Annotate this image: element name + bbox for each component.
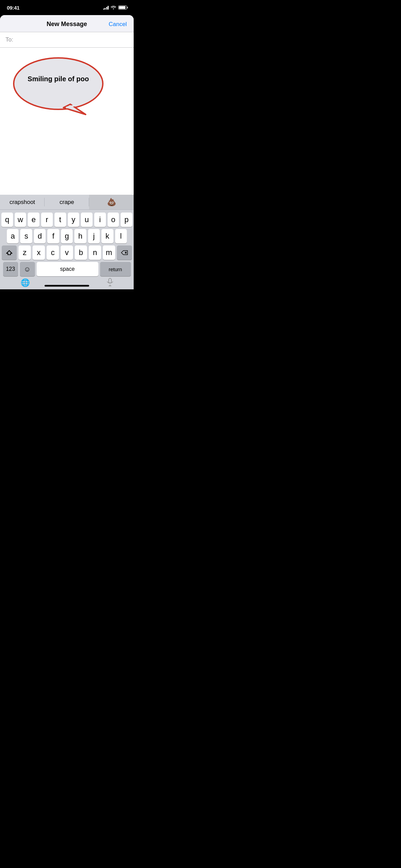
autocomplete-bar: crapshoot crape 💩 [0,195,134,210]
status-time: 09:41 [7,5,20,11]
modal-container: New Message Cancel To: Smiling pile of p… [0,15,134,289]
space-key[interactable]: space [37,262,98,276]
delete-key[interactable] [117,245,132,260]
key-j[interactable]: j [88,229,100,243]
autocomplete-item-3[interactable]: 💩 [89,195,134,209]
autocomplete-item-1[interactable]: crapshoot [0,195,45,209]
key-z[interactable]: z [19,245,31,260]
shift-key[interactable] [2,245,17,260]
key-b[interactable]: b [75,245,87,260]
home-indicator [45,285,89,287]
microphone-icon[interactable] [107,278,113,288]
key-p[interactable]: p [121,213,132,227]
keyboard-container: crapshoot crape 💩 q w e r t y [0,195,134,289]
key-h[interactable]: h [74,229,86,243]
svg-text:Smiling pile of poo: Smiling pile of poo [28,75,89,83]
key-g[interactable]: g [61,229,73,243]
autocomplete-item-2[interactable]: crape [45,195,89,209]
key-t[interactable]: t [54,213,66,227]
key-row-4: 123 ☺ space return [1,262,132,276]
key-d[interactable]: d [34,229,46,243]
key-w[interactable]: w [15,213,26,227]
key-y[interactable]: y [68,213,80,227]
key-c[interactable]: c [47,245,59,260]
wifi-icon [111,5,116,10]
key-v[interactable]: v [61,245,73,260]
key-l[interactable]: l [115,229,127,243]
return-key[interactable]: return [100,262,131,276]
svg-point-0 [14,58,103,109]
cancel-button[interactable]: Cancel [109,21,127,28]
globe-icon[interactable]: 🌐 [21,278,30,287]
signal-bars-icon [103,5,109,10]
key-q[interactable]: q [1,213,13,227]
battery-icon [118,5,127,10]
key-n[interactable]: n [89,245,101,260]
key-u[interactable]: u [81,213,93,227]
to-input[interactable] [16,36,128,43]
tooltip-svg: Smiling pile of poo [10,55,106,123]
keyboard-rows: q w e r t y u i o p a s d f g [0,210,134,278]
numbers-key[interactable]: 123 [3,262,18,276]
svg-rect-4 [109,278,111,283]
key-row-2: a s d f g h j k l [1,229,132,243]
key-r[interactable]: r [41,213,53,227]
emoji-tooltip-container: Smiling pile of poo [10,55,106,124]
emoji-key[interactable]: ☺ [20,262,35,276]
key-a[interactable]: a [7,229,19,243]
key-i[interactable]: i [94,213,106,227]
key-k[interactable]: k [101,229,113,243]
to-field-row: To: [0,32,134,48]
compose-header: New Message Cancel [0,15,134,32]
status-icons [103,5,127,10]
key-x[interactable]: x [33,245,45,260]
key-s[interactable]: s [20,229,32,243]
to-label: To: [5,36,13,43]
key-row-1: q w e r t y u i o p [1,213,132,227]
key-e[interactable]: e [28,213,39,227]
key-o[interactable]: o [108,213,119,227]
bottom-bar: 🌐 [0,278,134,289]
header-title: New Message [47,21,87,28]
key-row-3: z x c v b n m [1,245,132,260]
key-m[interactable]: m [103,245,115,260]
key-f[interactable]: f [47,229,59,243]
